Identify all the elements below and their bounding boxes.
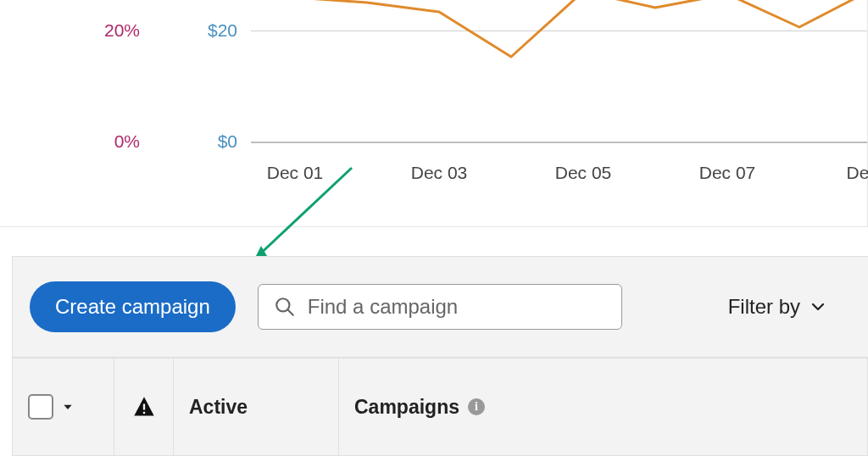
caret-down-icon[interactable] — [62, 401, 74, 413]
search-icon — [274, 296, 296, 318]
column-header-active[interactable]: Active — [174, 359, 339, 455]
x-tick: De — [847, 163, 868, 183]
campaign-toolbar: Create campaign Filter by — [12, 256, 868, 358]
table-header: Active Campaigns i — [12, 358, 868, 456]
x-tick: Dec 05 — [555, 163, 612, 183]
svg-marker-4 — [64, 405, 71, 409]
chevron-down-icon — [810, 299, 826, 314]
chart-area: 20% 0% $20 $0 Dec 01 Dec 03 Dec 05 Dec 0… — [0, 0, 868, 227]
svg-rect-6 — [142, 404, 144, 410]
y-axis-right-tick: $20 — [195, 20, 237, 41]
y-axis-left-tick: 20% — [89, 20, 140, 41]
y-axis-left-tick: 0% — [89, 131, 140, 152]
warning-column-header — [114, 359, 174, 455]
x-tick: Dec 01 — [267, 163, 324, 183]
select-all-cell — [13, 359, 114, 455]
filter-by-dropdown[interactable]: Filter by — [728, 295, 826, 319]
warning-icon — [132, 395, 156, 419]
search-container[interactable] — [258, 284, 622, 330]
x-axis: Dec 01 Dec 03 Dec 05 Dec 07 De — [251, 163, 867, 197]
column-header-campaigns-label: Campaigns — [354, 396, 459, 419]
svg-rect-7 — [142, 412, 144, 414]
y-axis-right-tick: $0 — [195, 131, 237, 152]
svg-line-3 — [288, 310, 293, 315]
column-header-active-label: Active — [189, 396, 248, 419]
x-tick: Dec 07 — [699, 163, 756, 183]
column-header-campaigns[interactable]: Campaigns i — [339, 359, 868, 455]
filter-by-label: Filter by — [728, 295, 800, 319]
info-icon[interactable]: i — [468, 398, 485, 415]
select-all-checkbox[interactable] — [28, 394, 53, 420]
search-input[interactable] — [308, 295, 606, 319]
chart-line — [251, 0, 868, 144]
create-campaign-button[interactable]: Create campaign — [30, 281, 236, 332]
x-tick: Dec 03 — [411, 163, 468, 183]
